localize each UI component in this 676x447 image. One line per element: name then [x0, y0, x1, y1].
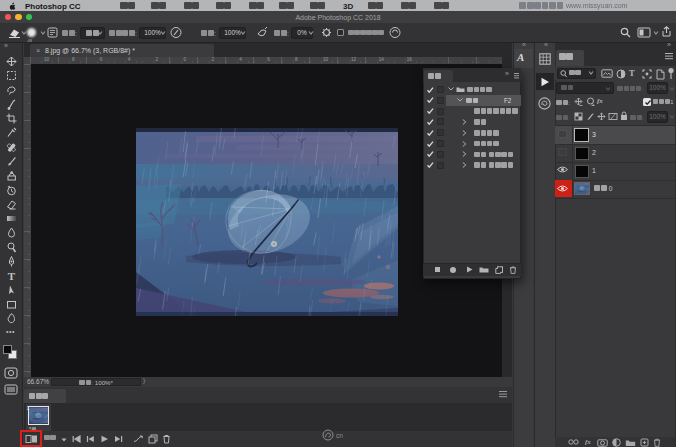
svg-text:T: T: [7, 270, 15, 281]
